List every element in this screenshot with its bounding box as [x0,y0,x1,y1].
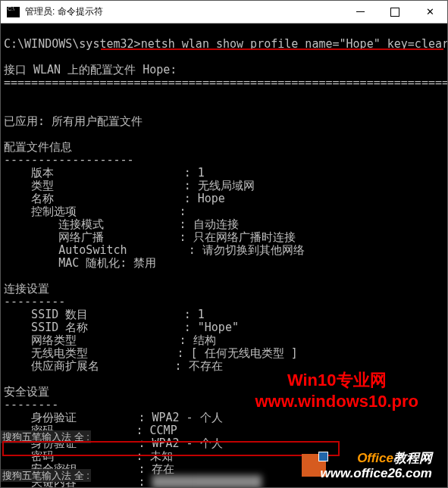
auth-row: 身份验证 : WPA2 - 个人 [4,411,223,424]
watermark-win10pro: Win10专业网www.windows10.pro [255,370,418,412]
titlebar[interactable]: 管理员: 命令提示符 [1,1,447,23]
ssidname-row: SSID 名称 : "Hope" [4,321,239,334]
window-controls [343,1,447,23]
cmd-icon [7,7,20,17]
type-row: 类型 : 无线局域网 [4,179,255,192]
watermark-office: Office教程网www.office26.com [321,451,432,481]
command-underline [101,48,443,50]
ssidnum-row: SSID 数目 : 1 [4,308,205,321]
terminal-output[interactable]: C:\WINDOWS\system32>netsh wlan show prof… [1,23,447,487]
name-row: 名称 : Hope [4,192,225,205]
office-logo-icon [302,454,326,477]
sec-dashes: -------- [4,398,58,411]
nettype-row: 网络类型 : 结构 [4,333,216,347]
version-row: 版本 : 1 [4,166,205,180]
macrand-row: MAC 随机化: 禁用 [4,256,156,270]
prompt-line: C:\WINDOWS\system32>netsh wlan show prof… [4,37,447,51]
separator: ========================================… [4,76,447,89]
connmode-row: 连接模式 : 自动连接 [4,217,239,231]
cipher2-row: 密码 : 未知 [4,449,173,463]
control-row: 控制选项 : [4,205,186,218]
ime-status-bar: 搜狗五笔输入法 全 : [1,430,91,443]
applied-line: 已应用: 所有用户配置文件 [4,114,143,128]
autoswitch-row: AutoSwitch : 请勿切换到其他网络 [4,243,305,257]
close-button[interactable] [412,1,447,23]
ime-status-bar-2: 搜狗五笔输入法 全 : [1,469,91,482]
command-prompt-window: 管理员: 命令提示符 C:\WINDOWS\system32>netsh wla… [0,0,448,488]
section-security: 安全设置 [4,385,49,399]
broadcast-row: 网络广播 : 只在网络广播时连接 [4,230,296,244]
section-conn: 连接设置 [4,282,49,296]
dashes: ------------------- [4,153,134,167]
minimize-button[interactable] [343,1,378,23]
interface-line: 接口 WLAN 上的配置文件 Hope: [4,63,177,77]
section-profile-info: 配置文件信息 [4,140,72,154]
radiotype-row: 无线电类型 : [ 任何无线电类型 ] [4,346,298,360]
vendor-row: 供应商扩展名 : 不存在 [4,359,223,373]
maximize-button[interactable] [378,1,412,23]
conn-dashes: --------- [4,295,65,308]
window-title: 管理员: 命令提示符 [25,5,343,18]
